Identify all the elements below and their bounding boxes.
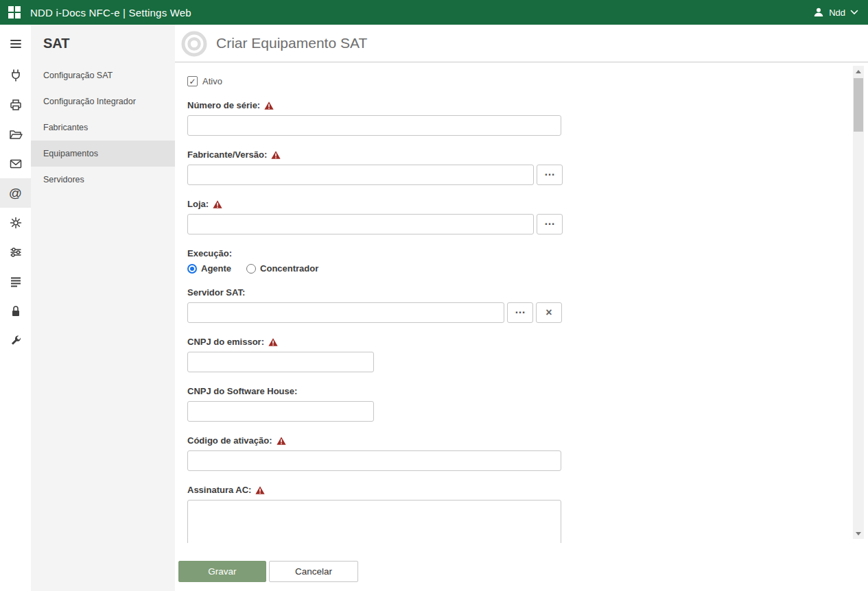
loja-input [187,214,534,234]
page-title: Criar Equipamento SAT [216,35,367,51]
user-name: Ndd [829,8,845,18]
scroll-down-button[interactable] [853,528,864,539]
sidebar-item-servidores[interactable]: Servidores [31,167,175,193]
form-scroll-region: ✓ Ativo Número de série: Fabricante/Vers… [175,62,868,543]
radio-concentrador[interactable]: Concentrador [246,263,318,274]
menu-icon [9,37,23,51]
swirl-logo-icon [178,27,211,60]
folder-icon [9,128,23,141]
ativo-label: Ativo [202,76,222,86]
ellipsis-icon: … [515,304,526,316]
top-bar: NDD i-Docs NFC-e | Settings Web Ndd [0,0,868,25]
page-header: Criar Equipamento SAT [175,25,868,62]
radio-button-icon [246,264,256,274]
nav-menu[interactable] [0,29,31,58]
execucao-radio-group: Agente Concentrador [187,263,827,274]
fabricante-versao-browse-button[interactable]: … [537,165,563,185]
required-warning-icon [271,150,281,160]
stack-icon [9,275,23,289]
sliders-icon [9,245,23,259]
servidor-sat-input [187,302,504,323]
sidebar-item-configuracao-sat[interactable]: Configuração SAT [31,62,175,88]
required-warning-icon [268,337,278,347]
scrollbar-thumb[interactable] [854,78,863,132]
plug-icon [9,69,23,82]
radio-agente[interactable]: Agente [187,263,231,274]
cnpj-software-house-label: CNPJ do Software House: [187,386,827,396]
gear-icon [9,216,23,230]
execucao-label: Execução: [187,248,827,258]
required-warning-icon [213,200,222,209]
sidebar-item-configuracao-integrador[interactable]: Configuração Integrador [31,88,175,114]
sidebar: SAT Configuração SAT Configuração Integr… [31,25,175,591]
save-button[interactable]: Gravar [178,561,266,582]
numero-serie-label: Número de série: [187,100,827,110]
servidor-sat-clear-button[interactable]: × [536,302,562,323]
loja-label: Loja: [187,199,827,209]
scroll-up-button[interactable] [853,66,864,77]
radio-button-icon [187,264,197,274]
nav-mail[interactable] [0,149,31,178]
scroll-down-icon [856,532,861,535]
app-title: NDD i-Docs NFC-e | Settings Web [30,7,191,19]
cancel-button[interactable]: Cancelar [269,561,358,582]
cnpj-emissor-input[interactable] [187,352,374,372]
scroll-up-icon [856,70,861,73]
check-mark-icon: ✓ [189,77,196,86]
nav-tools[interactable] [0,326,31,355]
ellipsis-icon: … [544,166,555,178]
wrench-icon [9,334,23,348]
ativo-checkbox[interactable]: ✓ [187,76,198,86]
sidebar-item-equipamentos[interactable]: Equipamentos [31,141,175,167]
printer-icon [9,98,23,112]
codigo-ativacao-label: Código de ativação: [187,435,827,446]
mail-icon [9,157,23,171]
assinatura-ac-label: Assinatura AC: [187,485,827,495]
nav-queue[interactable] [0,267,31,296]
at-icon: @ [9,186,22,201]
numero-serie-input[interactable] [187,115,561,136]
app-launcher-grid-icon[interactable] [8,6,21,19]
sidebar-item-fabricantes[interactable]: Fabricantes [31,114,175,141]
codigo-ativacao-input[interactable] [187,450,561,471]
cnpj-emissor-label: CNPJ do emissor: [187,337,827,347]
servidor-sat-browse-button[interactable]: … [507,302,533,323]
required-warning-icon [255,485,265,495]
ellipsis-icon: … [544,215,555,228]
user-menu[interactable]: Ndd [813,7,858,18]
nav-sat[interactable]: @ [0,178,31,208]
servidor-sat-label: Servidor SAT: [187,287,827,298]
chevron-down-icon [850,10,858,15]
clear-x-icon: × [546,306,552,319]
nav-printers[interactable] [0,90,31,119]
nav-files[interactable] [0,119,31,149]
fabricante-versao-label: Fabricante/Versão: [187,149,827,160]
ativo-field: ✓ Ativo [187,76,827,86]
cnpj-software-house-input[interactable] [187,401,374,422]
nav-preferences[interactable] [0,237,31,267]
required-warning-icon [264,101,274,110]
fabricante-versao-input [187,165,534,185]
sidebar-title: SAT [31,25,175,62]
nav-settings[interactable] [0,208,31,237]
user-icon [813,7,824,18]
nav-integrations[interactable] [0,60,31,90]
icon-rail: @ [0,25,31,591]
form-actions: Gravar Cancelar [175,543,868,591]
loja-browse-button[interactable]: … [537,214,563,234]
vertical-scrollbar[interactable] [853,66,864,539]
required-warning-icon [277,436,286,446]
lock-icon [9,304,23,318]
assinatura-ac-textarea[interactable] [187,500,561,543]
nav-security[interactable] [0,296,31,326]
